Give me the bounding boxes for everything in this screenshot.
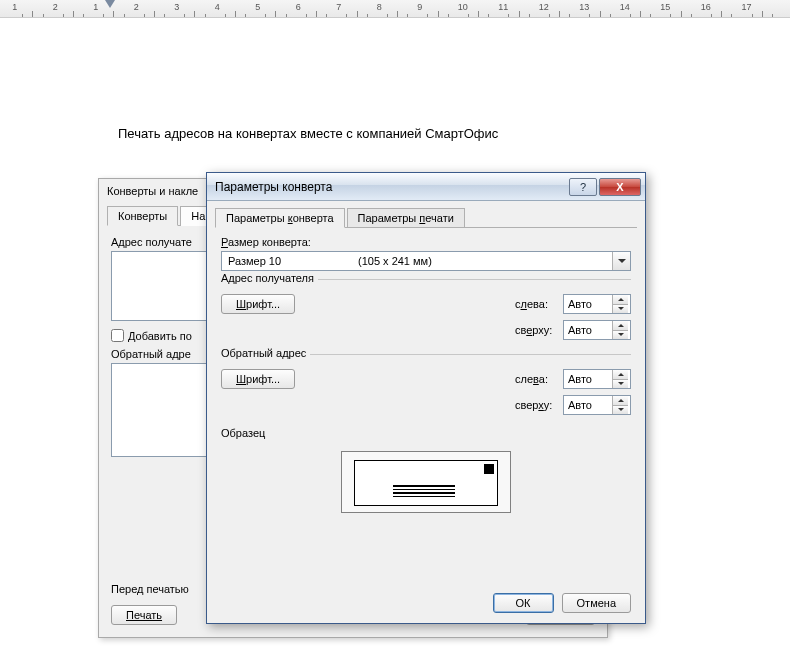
spinner-up-icon[interactable]	[613, 370, 628, 380]
return-top-input[interactable]	[564, 396, 612, 414]
chevron-down-icon[interactable]	[612, 252, 630, 270]
return-group-title: Обратный адрес	[221, 347, 310, 359]
tab-envelope-options[interactable]: Параметры конверта	[215, 208, 345, 228]
spinner-down-icon[interactable]	[613, 331, 628, 340]
top-offset-label: сверху:	[515, 399, 563, 411]
document-heading: Печать адресов на конвертах вместе с ком…	[118, 126, 498, 141]
tab-print-options[interactable]: Параметры печати	[347, 208, 465, 228]
preview-label: Образец	[221, 427, 631, 439]
horizontal-ruler: 121234567891011121314151617	[0, 0, 790, 18]
envelope-icon	[354, 460, 498, 506]
stamp-icon	[484, 464, 494, 474]
spinner-down-icon[interactable]	[613, 406, 628, 415]
spinner-up-icon[interactable]	[613, 295, 628, 305]
recipient-top-spinner[interactable]	[563, 320, 631, 340]
print-button[interactable]: Печать	[111, 605, 177, 625]
top-offset-label: сверху:	[515, 324, 563, 336]
close-button[interactable]: X	[599, 178, 641, 196]
envelope-size-dropdown[interactable]: Размер 10 (105 x 241 мм)	[221, 251, 631, 271]
cancel-button[interactable]: Отмена	[562, 593, 631, 613]
envelope-preview	[341, 451, 511, 513]
envelope-options-dialog: Параметры конверта ? X Параметры конверт…	[206, 172, 646, 624]
recipient-font-button[interactable]: Шрифт...	[221, 294, 295, 314]
envelope-size-label: Размер конверта:	[221, 236, 631, 248]
document-area: Печать адресов на конвертах вместе с ком…	[0, 28, 790, 650]
spinner-up-icon[interactable]	[613, 396, 628, 406]
return-left-spinner[interactable]	[563, 369, 631, 389]
left-offset-label: слева:	[515, 298, 563, 310]
ok-button[interactable]: ОК	[493, 593, 554, 613]
help-button[interactable]: ?	[569, 178, 597, 196]
return-top-spinner[interactable]	[563, 395, 631, 415]
dialog-titlebar[interactable]: Параметры конверта ? X	[207, 173, 645, 201]
add-postage-checkbox[interactable]	[111, 329, 124, 342]
tab-envelopes[interactable]: Конверты	[107, 206, 178, 226]
dialog-tabs: Параметры конверта Параметры печати	[215, 207, 637, 228]
spinner-down-icon[interactable]	[613, 305, 628, 314]
recipient-top-input[interactable]	[564, 321, 612, 339]
recipient-left-spinner[interactable]	[563, 294, 631, 314]
recipient-left-input[interactable]	[564, 295, 612, 313]
return-font-button[interactable]: Шрифт...	[221, 369, 295, 389]
spinner-up-icon[interactable]	[613, 321, 628, 331]
spinner-down-icon[interactable]	[613, 380, 628, 389]
left-offset-label: слева:	[515, 373, 563, 385]
return-left-input[interactable]	[564, 370, 612, 388]
ruler-indent-marker[interactable]	[105, 0, 115, 8]
add-postage-label: Добавить по	[128, 330, 192, 342]
recipient-group-title: Адрес получателя	[221, 272, 318, 284]
dialog-title-text: Параметры конверта	[215, 180, 332, 194]
